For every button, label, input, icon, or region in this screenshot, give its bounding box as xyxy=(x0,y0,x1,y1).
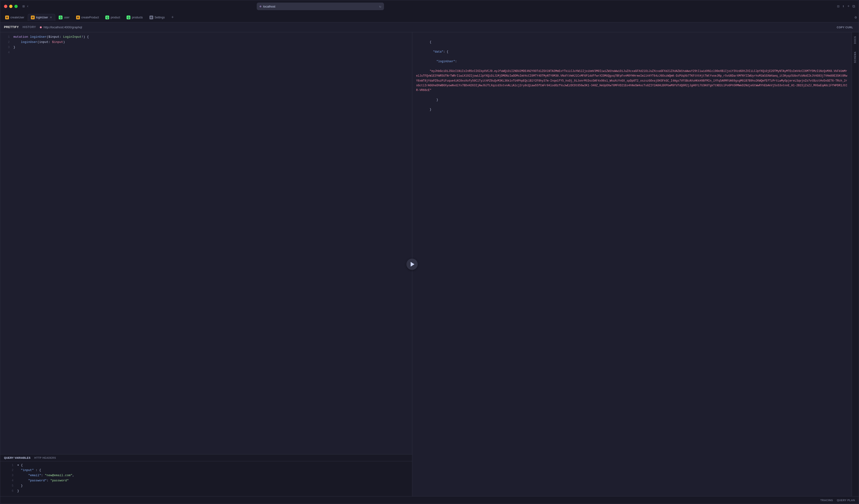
var-line-num-5: 5 xyxy=(8,484,13,488)
tab-label-user: user xyxy=(64,16,69,19)
sidebar-toggle-icon[interactable]: ⊞ xyxy=(22,4,25,9)
tab-badge-s: ⚙ xyxy=(149,16,153,19)
tab-products[interactable]: Q products xyxy=(123,14,146,21)
back-arrow-icon[interactable]: ‹ xyxy=(27,4,29,9)
screen-share-icon[interactable]: ⊡ xyxy=(837,4,840,9)
titlebar-left: ⊞ ‹ xyxy=(20,4,29,9)
maximize-button[interactable] xyxy=(14,5,18,8)
tab-label-loginUser: loginUser xyxy=(36,16,48,19)
upload-icon[interactable]: ⬆ xyxy=(842,4,845,9)
var-line-text-4: "password": "password" xyxy=(17,479,69,482)
url-bar: http://localhost:4000/graphql xyxy=(40,26,831,29)
var-line-2: 2 "input" : { xyxy=(4,469,408,474)
tab-badge-q-2: Q xyxy=(105,16,109,19)
tab-label-products: products xyxy=(132,16,142,19)
query-plan-button[interactable]: QUERY PLAN xyxy=(837,499,855,502)
variables-content[interactable]: 1 ▾ { 2 "input" : { 3 "email": "new@emai… xyxy=(0,461,412,496)
tab-badge-m: M xyxy=(5,16,9,19)
traffic-lights xyxy=(4,5,18,8)
address-url: localhost xyxy=(263,5,377,8)
var-line-num-4: 4 xyxy=(8,479,13,482)
prettify-button[interactable]: PRETTIFY xyxy=(4,25,19,30)
var-line-num-2: 2 xyxy=(8,469,13,472)
code-line-3: 3 } xyxy=(0,46,412,51)
tab-settings[interactable]: ⚙ Settings xyxy=(146,14,168,21)
response-json: { "data": { "loginUser": "eyJhbGciOiJSUz… xyxy=(416,35,848,117)
graphql-toolbar: PRETTIFY HISTORY http://localhost:4000/g… xyxy=(0,22,859,32)
punct-2: !) { xyxy=(81,35,89,39)
side-panel: DOCS SCHEMA xyxy=(852,32,859,496)
punct-1: ($input: xyxy=(46,35,63,39)
variables-header: QUERY VARIABLES HTTP HEADERS xyxy=(0,455,412,461)
titlebar: ⊞ ‹ ⚙ localhost ↻ ⊡ ⬆ + ⧉ xyxy=(0,0,859,13)
tabsbar: M createUser M loginUser ✕ Q user M crea… xyxy=(0,13,859,22)
duplicate-icon[interactable]: ⧉ xyxy=(853,4,855,9)
tab-label-settings: Settings xyxy=(155,16,165,19)
editor-pane: 1 mutation loginUser($input: LoginInput!… xyxy=(0,32,412,496)
line-number-2: 2 xyxy=(4,41,10,44)
tab-close-icon[interactable]: ✕ xyxy=(50,16,52,19)
code-line-4: 4 xyxy=(0,51,412,56)
docs-button[interactable]: DOCS xyxy=(853,32,858,48)
tab-badge-m-2: M xyxy=(31,16,35,19)
minimize-button[interactable] xyxy=(9,5,13,8)
url-status-dot xyxy=(40,26,42,28)
var-line-3: 3 "email": "new@email.com", xyxy=(4,474,408,479)
address-favicon-icon: ⚙ xyxy=(259,5,261,8)
address-bar[interactable]: ⚙ localhost ↻ xyxy=(257,3,384,10)
var-line-text-6: } xyxy=(17,489,19,493)
new-tab-icon[interactable]: + xyxy=(847,4,849,9)
tracing-button[interactable]: TRACING xyxy=(820,499,833,502)
var-line-5: 5 } xyxy=(4,484,408,489)
tab-createUser[interactable]: M createUser xyxy=(2,14,27,21)
line-content-3: } xyxy=(13,46,15,49)
var-line-num-6: 6 xyxy=(8,489,13,493)
run-button[interactable] xyxy=(406,259,418,270)
run-triangle-icon xyxy=(411,262,415,266)
line-content-2: loginUser(input: $input) xyxy=(13,40,65,44)
tab-label-createProduct: createProduct xyxy=(81,16,99,19)
tab-badge-q-3: Q xyxy=(126,16,130,19)
punct-close: } xyxy=(13,46,15,49)
http-headers-tab[interactable]: HTTP HEADERS xyxy=(34,456,56,459)
var-input: $input xyxy=(52,40,63,44)
copy-curl-button[interactable]: COPY CURL xyxy=(835,25,855,30)
response-pane[interactable]: { "data": { "loginUser": "eyJhbGciOiJSUz… xyxy=(412,32,852,496)
fn-loginUser: loginUser xyxy=(30,35,46,39)
punct-3: (input: xyxy=(37,40,52,44)
keyword-mutation: mutation xyxy=(13,35,30,39)
query-variables-tab[interactable]: QUERY VARIABLES xyxy=(4,456,31,459)
history-button[interactable]: HISTORY xyxy=(22,25,36,30)
var-line-num-1: 1 xyxy=(8,464,13,467)
reload-icon[interactable]: ↻ xyxy=(379,4,381,9)
fn-loginUser-2: loginUser xyxy=(13,40,37,44)
variables-section: QUERY VARIABLES HTTP HEADERS 1 ▾ { 2 "in… xyxy=(0,454,412,496)
line-number-3: 3 xyxy=(4,46,10,49)
close-button[interactable] xyxy=(4,5,7,8)
titlebar-right: ⊡ ⬆ + ⧉ xyxy=(837,4,855,9)
var-line-6: 6 } xyxy=(4,489,408,494)
tab-loginUser[interactable]: M loginUser ✕ xyxy=(28,14,56,21)
tab-createProduct[interactable]: M createProduct xyxy=(73,14,102,21)
add-tab-icon[interactable]: + xyxy=(169,14,176,21)
var-line-4: 4 "password": "password" xyxy=(4,479,408,484)
punct-4: ) xyxy=(63,40,65,44)
settings-gear-icon[interactable]: ⚙ xyxy=(855,15,857,20)
tab-badge-q: Q xyxy=(59,16,62,19)
line-content-1: mutation loginUser($input: LoginInput!) … xyxy=(13,35,89,39)
code-line-1: 1 mutation loginUser($input: LoginInput!… xyxy=(0,35,412,40)
editor-area[interactable]: 1 mutation loginUser($input: LoginInput!… xyxy=(0,32,412,454)
tab-user[interactable]: Q user xyxy=(56,14,72,21)
var-line-1: 1 ▾ { xyxy=(4,463,408,469)
line-content-4 xyxy=(13,51,15,54)
type-LoginInput: LoginInput xyxy=(63,35,81,39)
bottom-bar: TRACING QUERY PLAN xyxy=(0,496,859,504)
tab-product[interactable]: Q product xyxy=(102,14,123,21)
var-line-num-3: 3 xyxy=(8,474,13,477)
window: ⊞ ‹ ⚙ localhost ↻ ⊡ ⬆ + ⧉ M createUser M… xyxy=(0,0,859,504)
schema-button[interactable]: SCHEMA xyxy=(853,48,858,67)
line-number-4: 4 xyxy=(4,51,10,54)
tab-label-product: product xyxy=(110,16,120,19)
main-content: 1 mutation loginUser($input: LoginInput!… xyxy=(0,32,859,496)
var-line-text-3: "email": "new@email.com", xyxy=(17,474,74,477)
